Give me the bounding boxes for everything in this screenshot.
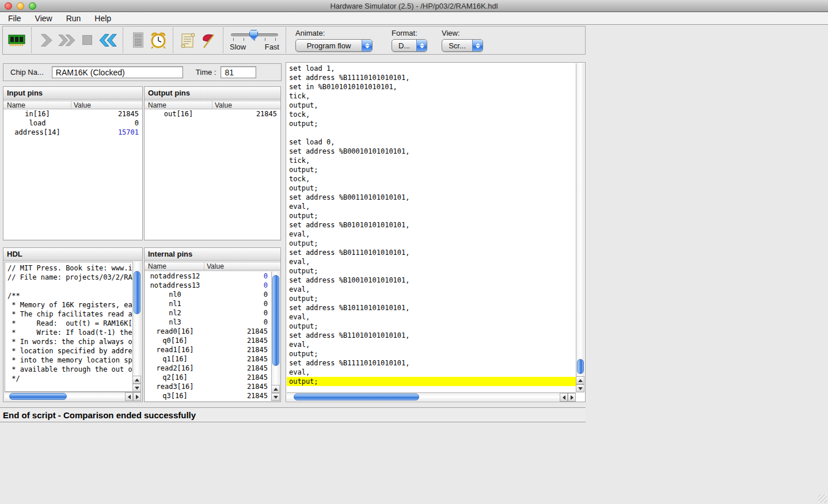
- script-line: eval,: [287, 230, 576, 239]
- hdl-code-line: * available through the out output from …: [5, 365, 140, 374]
- resize-grip[interactable]: [818, 494, 827, 503]
- format-value: D...: [392, 40, 416, 51]
- toolbar-separator: [173, 28, 173, 53]
- script-vertical-scrollbar[interactable]: [576, 63, 584, 392]
- script-horizontal-scrollbar[interactable]: [287, 392, 576, 401]
- scrollbar-thumb[interactable]: [272, 275, 279, 366]
- pin-row[interactable]: address[14] 15701: [3, 128, 142, 137]
- hdl-code-line: // File name: projects/03/2/RAM16K.hdl: [5, 273, 140, 282]
- internal-pins-vertical-scrollbar[interactable]: [271, 272, 280, 401]
- toolbar-separator: [223, 28, 223, 53]
- pin-row: q3[16] 21845: [145, 391, 271, 400]
- scroll-up-button[interactable]: [271, 385, 280, 393]
- close-button[interactable]: [5, 2, 12, 10]
- hdl-code-view[interactable]: // MIT Press. Book site: www.idc.ac.il/t…: [5, 262, 141, 392]
- traffic-lights: [5, 2, 36, 10]
- calculator-button[interactable]: [127, 29, 148, 52]
- pin-value: 0: [205, 318, 271, 326]
- scroll-down-button[interactable]: [132, 384, 141, 392]
- status-message: End of script - Comparison ended success…: [0, 410, 196, 420]
- breakpoints-button[interactable]: [198, 29, 219, 52]
- run-button[interactable]: [56, 29, 77, 52]
- script-view[interactable]: set load 1,set address %B11110101010101,…: [287, 63, 576, 392]
- pin-row[interactable]: in[16] 21845: [3, 109, 142, 119]
- rewind-button[interactable]: [98, 29, 119, 52]
- hdl-code-line: * The chip facilitates read and write op…: [5, 310, 140, 319]
- view-script-button[interactable]: [177, 29, 198, 52]
- script-line: output;: [287, 322, 576, 331]
- pin-value: 0: [205, 300, 271, 308]
- script-line: eval,: [287, 368, 576, 377]
- hdl-code-line: /**: [5, 291, 140, 300]
- scrollbar-thumb[interactable]: [294, 394, 419, 400]
- script-line: eval,: [287, 202, 576, 211]
- scrollbar-thumb[interactable]: [577, 359, 584, 374]
- script-line: output,: [287, 101, 576, 110]
- pin-row: notaddress13 0: [145, 281, 271, 290]
- speed-slider: Slow Fast: [230, 30, 279, 51]
- pin-row: out[16] 21845: [145, 109, 280, 119]
- scroll-left-button[interactable]: [560, 393, 568, 402]
- hdl-horizontal-scrollbar[interactable]: [5, 392, 141, 400]
- scroll-up-button[interactable]: [576, 376, 584, 384]
- script-line: set in %B0101010101010101,: [287, 82, 576, 91]
- output-pins-header: Name Value: [145, 101, 280, 109]
- chip-header-panel: Chip Na... RAM16K (Clocked) Time : 81: [3, 63, 282, 81]
- scroll-up-button[interactable]: [132, 376, 141, 384]
- format-dropdown[interactable]: D...: [392, 39, 427, 52]
- time-value: 81: [225, 68, 234, 77]
- scroll-left-button[interactable]: [125, 392, 133, 401]
- time-field[interactable]: 81: [221, 66, 256, 78]
- fast-label: Fast: [265, 43, 279, 51]
- scroll-down-button[interactable]: [271, 393, 280, 401]
- script-line: output;: [287, 349, 576, 358]
- menu-item-run[interactable]: Run: [66, 14, 81, 23]
- zoom-button[interactable]: [29, 2, 36, 10]
- pin-row: nl0 0: [145, 290, 271, 299]
- alarm-clock-icon: [149, 31, 168, 49]
- script-line: set address %B11010101010101,: [287, 331, 576, 340]
- hdl-vertical-scrollbar[interactable]: [132, 262, 141, 392]
- view-dropdown-group: View: Scr...: [442, 29, 483, 52]
- animate-dropdown[interactable]: Program flow: [295, 39, 373, 52]
- animate-value: Program flow: [296, 40, 362, 51]
- hdl-code-line: * Write: If load(t-1) then RAM16K[addres…: [5, 328, 140, 337]
- pin-value: 21845: [212, 110, 280, 118]
- pin-name: notaddress13: [145, 281, 205, 289]
- pin-value[interactable]: 0: [71, 119, 142, 127]
- rewind-icon: [98, 32, 118, 49]
- scroll-down-button[interactable]: [576, 384, 584, 392]
- pin-row: nl1 0: [145, 299, 271, 308]
- pin-name: q1[16]: [145, 355, 205, 363]
- script-line: output;: [287, 239, 576, 248]
- scroll-right-button[interactable]: [568, 393, 576, 402]
- pin-row[interactable]: load 0: [3, 119, 142, 128]
- menu-item-file[interactable]: File: [8, 14, 21, 23]
- scrollbar-thumb[interactable]: [9, 393, 67, 400]
- pin-value: 21845: [205, 392, 271, 400]
- menu-item-view[interactable]: View: [35, 14, 52, 23]
- window-titlebar: Hardware Simulator (2.5) - /HP/p03/2/RAM…: [0, 0, 828, 12]
- scrollbar-thumb[interactable]: [134, 271, 140, 314]
- script-line: set load 0,: [287, 138, 576, 147]
- input-pins-panel: Input pins Name Value in[16] 21845 load …: [3, 86, 143, 240]
- load-chip-button[interactable]: [6, 29, 27, 52]
- stop-button[interactable]: [77, 29, 98, 52]
- scroll-right-button[interactable]: [133, 392, 141, 401]
- minimize-button[interactable]: [17, 2, 24, 10]
- hdl-code-line: * into the memory location specified by …: [5, 356, 140, 365]
- menu-item-help[interactable]: Help: [94, 14, 111, 23]
- view-dropdown[interactable]: Scr...: [442, 39, 483, 52]
- red-flag-icon: [199, 31, 218, 49]
- memory-chip-icon: [7, 31, 26, 49]
- hdl-code-line: // MIT Press. Book site: www.idc.ac.il/t…: [5, 264, 140, 273]
- script-line: eval,: [287, 285, 576, 294]
- pin-row: nl2 0: [145, 308, 271, 318]
- chip-name-field[interactable]: RAM16K (Clocked): [52, 66, 183, 78]
- clock-button[interactable]: [148, 29, 169, 52]
- chip-name-value: RAM16K (Clocked): [56, 68, 125, 77]
- pin-value[interactable]: 21845: [71, 110, 142, 118]
- single-step-button[interactable]: [36, 29, 56, 52]
- pin-value[interactable]: 15701: [71, 128, 142, 136]
- menu-bar: File View Run Help: [0, 12, 828, 25]
